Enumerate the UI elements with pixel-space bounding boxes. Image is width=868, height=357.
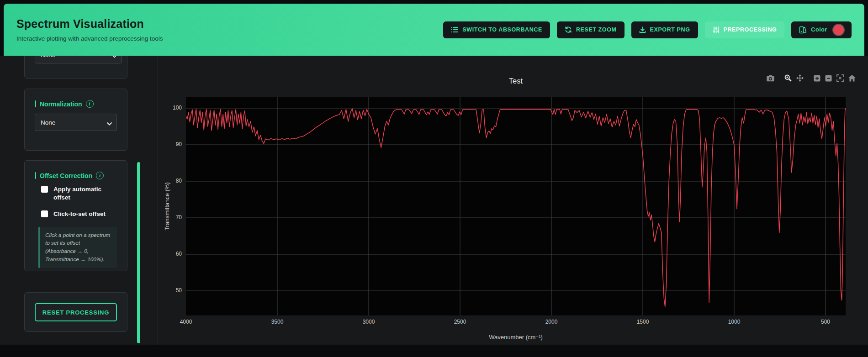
switch-mode-label: SWITCH TO ABSORBANCE xyxy=(462,26,542,33)
grid-lines xyxy=(186,97,846,315)
switch-mode-button[interactable]: SWITCH TO ABSORBANCE xyxy=(443,21,550,38)
reset-zoom-button[interactable]: RESET ZOOM xyxy=(557,21,625,38)
zoom-icon[interactable] xyxy=(782,73,794,83)
y-tick-label: 100 xyxy=(161,105,182,111)
zoom-out-icon[interactable] xyxy=(823,74,834,83)
preprocessing-button[interactable]: PREPROCESSING xyxy=(705,21,785,38)
export-png-button[interactable]: EXPORT PNG xyxy=(631,21,698,38)
app-window: Spectrum Visualization Interactive plott… xyxy=(0,0,868,357)
normalization-select[interactable]: None xyxy=(35,114,117,131)
reset-zoom-label: RESET ZOOM xyxy=(576,26,617,33)
bottom-strip xyxy=(0,345,868,357)
chevron-down-icon xyxy=(112,56,117,59)
y-tick-label: 90 xyxy=(161,141,182,147)
x-tick-label: 2000 xyxy=(545,319,558,325)
sidebar-divider xyxy=(158,56,158,345)
normalization-title: Normalization xyxy=(40,100,82,108)
download-icon xyxy=(639,26,646,33)
title-accent-bar xyxy=(35,100,36,107)
pan-icon[interactable] xyxy=(794,73,806,83)
sliders-icon xyxy=(713,26,720,33)
home-icon[interactable] xyxy=(846,74,858,83)
autoscale-icon[interactable] xyxy=(834,73,846,83)
click-to-set-offset-checkbox-row[interactable]: Click-to-set offset xyxy=(41,210,117,218)
refresh-icon xyxy=(565,26,572,33)
export-png-label: EXPORT PNG xyxy=(650,26,690,33)
panel-offset-correction: Offset Correction i Apply automatic offs… xyxy=(24,160,127,271)
panel-reset: RESET PROCESSING xyxy=(24,292,127,332)
header-actions: SWITCH TO ABSORBANCE RESET ZOOM EXPORT P… xyxy=(443,21,852,38)
preprocessing-label: PREPROCESSING xyxy=(724,26,777,33)
x-axis-title: Wavenumber (cm⁻¹) xyxy=(186,334,846,341)
normalization-title-row: Normalization i xyxy=(35,100,117,108)
spectrum-plot-area[interactable] xyxy=(186,97,846,315)
header-text: Spectrum Visualization Interactive plott… xyxy=(16,17,163,42)
apply-automatic-offset-checkbox-row[interactable]: Apply automatic offset xyxy=(41,185,117,202)
x-tick-label: 2500 xyxy=(454,319,466,325)
info-icon[interactable]: i xyxy=(96,172,104,179)
spectrum-svg xyxy=(186,97,846,315)
plotly-modebar xyxy=(764,73,858,83)
x-tick-label: 4000 xyxy=(180,319,192,325)
checkbox-unchecked[interactable] xyxy=(41,210,48,217)
reset-processing-button[interactable]: RESET PROCESSING xyxy=(35,303,117,321)
y-axis-title: Transmittance (%) xyxy=(164,182,170,231)
partial-select[interactable]: None xyxy=(35,56,122,63)
list-icon xyxy=(451,26,458,33)
info-icon[interactable]: i xyxy=(86,100,94,108)
checkbox-unchecked[interactable] xyxy=(41,186,48,193)
spectrum-line xyxy=(186,108,846,307)
color-label: Color xyxy=(811,26,827,33)
chevron-down-icon xyxy=(107,120,112,127)
x-tick-label: 3500 xyxy=(271,319,284,325)
apply-automatic-offset-label: Apply automatic offset xyxy=(53,185,117,202)
title-accent-bar xyxy=(35,172,36,179)
x-tick-label: 1500 xyxy=(637,319,649,325)
offset-correction-title: Offset Correction xyxy=(40,172,92,179)
palette-icon xyxy=(799,26,807,34)
y-tick-label: 50 xyxy=(161,287,182,294)
camera-icon[interactable] xyxy=(764,74,777,83)
zoom-in-icon[interactable] xyxy=(811,74,823,83)
offset-title-row: Offset Correction i xyxy=(35,172,117,179)
red-color-swatch[interactable] xyxy=(833,25,844,35)
click-to-set-offset-label: Click-to-set offset xyxy=(53,210,106,218)
y-tick-label: 60 xyxy=(161,251,182,257)
page-subtitle: Interactive plotting with advanced prepr… xyxy=(16,35,163,42)
panel-normalization: Normalization i None xyxy=(24,89,127,151)
page-title: Spectrum Visualization xyxy=(16,17,163,31)
color-button[interactable]: Color xyxy=(791,21,852,38)
panel-partial: None xyxy=(24,56,127,79)
sidebar-scrollbar-thumb[interactable] xyxy=(137,162,140,343)
normalization-select-value: None xyxy=(41,119,55,126)
x-tick-label: 3000 xyxy=(363,319,375,325)
header: Spectrum Visualization Interactive plott… xyxy=(4,4,864,56)
x-tick-label: 500 xyxy=(821,319,830,325)
x-tick-label: 1000 xyxy=(728,319,741,325)
preprocessing-sidebar: None Normalization i None Offset Correct… xyxy=(0,56,158,345)
offset-help-text: Click a point on a spectrum to set its o… xyxy=(38,227,117,268)
chart-title: Test xyxy=(186,77,846,85)
partial-select-value: None xyxy=(41,56,55,58)
